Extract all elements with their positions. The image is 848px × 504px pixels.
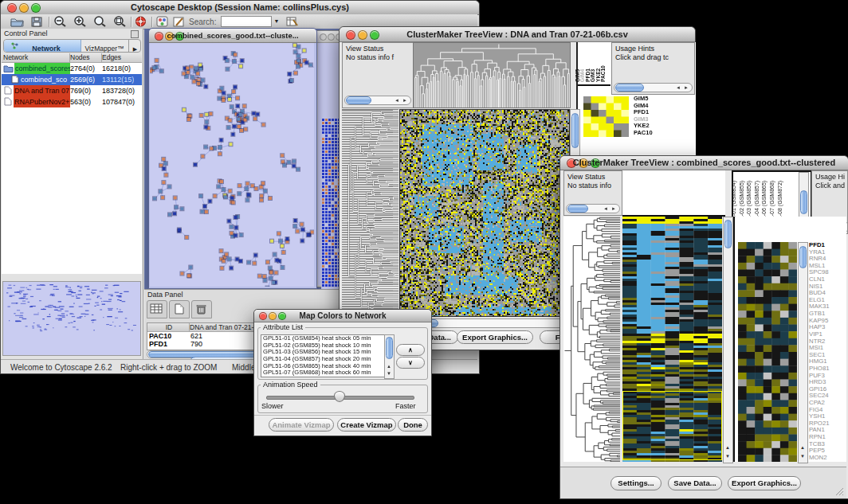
scroll-right-icon[interactable]: ►	[402, 98, 407, 103]
scroll-left-icon[interactable]: ◄	[603, 206, 608, 211]
animation-speed-label: Animation Speed	[261, 381, 320, 389]
network-view-titlebar[interactable]: combined_scores_good.txt--cluste...	[149, 29, 316, 43]
document-icon	[11, 75, 19, 84]
network-view-window[interactable]: combined_scores_good.txt--cluste...	[148, 28, 317, 289]
attribute-item[interactable]: GPL51-07 (GSM868) heat shock 60 min	[263, 369, 384, 377]
col-edges[interactable]: Edges	[100, 53, 143, 62]
tv1-export-graphics-button[interactable]: Export Graphics...	[457, 330, 533, 344]
scrollbar-thumb[interactable]	[346, 96, 371, 104]
tv1-column-dendrogram-canvas[interactable]	[413, 42, 571, 108]
network-table-header[interactable]: Network Nodes Edges	[2, 53, 142, 63]
tv2-status-scrollbar[interactable]: ◄ ►	[566, 204, 620, 213]
data-panel-title: Data Panel	[147, 291, 183, 299]
tv2-save-data-label: Save Data...	[673, 479, 716, 487]
tv2-settings-button[interactable]: Settings...	[610, 476, 662, 490]
scroll-left-icon[interactable]: ◄	[676, 85, 681, 90]
search-label: Search:	[189, 18, 216, 26]
network-nodes: 769(0)	[70, 85, 91, 96]
tv1-status-scrollbar[interactable]: ◄ ►	[344, 96, 411, 105]
treeview2-window: ClusterMaker TreeView : combined_scores_…	[559, 155, 848, 499]
scroll-up-icon[interactable]: ▲	[387, 364, 391, 369]
attribute-list-label: Attribute List	[261, 323, 305, 331]
create-vizmap-label: Create Vizmap	[340, 420, 392, 429]
move-down-button[interactable]: ∨	[396, 357, 425, 369]
scrollbar-thumb[interactable]	[571, 113, 579, 148]
done-button[interactable]: Done	[398, 418, 428, 432]
attribute-select-icon[interactable]	[147, 300, 167, 318]
move-up-button[interactable]: ∧	[396, 344, 425, 356]
tab-network[interactable]: Network	[4, 40, 81, 52]
treeview2-titlebar[interactable]: ClusterMaker TreeView : combined_scores_…	[560, 156, 848, 170]
dialog-title: Map Colors to Network	[254, 311, 431, 320]
table-row[interactable]: combined_scores 2764(0) 16218(0)	[2, 63, 142, 74]
dialog-titlebar[interactable]: Map Colors to Network	[254, 310, 431, 322]
tv2-view-status-title: View Status	[567, 173, 605, 181]
col-nodes[interactable]: Nodes	[69, 53, 102, 62]
tv2-view-status-panel: View Status No status info ◄ ►	[563, 170, 622, 216]
tv1-mini-heatmap-canvas[interactable]	[583, 96, 629, 137]
tv2-button-bar: Settings... Save Data... Export Graphics…	[560, 467, 846, 498]
tv2-zoom-heatmap-canvas[interactable]	[738, 242, 797, 462]
scrollbar-thumb[interactable]	[615, 84, 644, 92]
scrollbar-thumb[interactable]	[567, 205, 588, 213]
trash-icon[interactable]	[191, 300, 212, 318]
search-dropdown-icon[interactable]: ▼	[272, 16, 281, 27]
main-titlebar[interactable]: Cytoscape Desktop (Session Name: collins…	[1, 1, 479, 15]
tv2-view-status-text: No status info	[567, 182, 611, 189]
create-vizmap-button[interactable]: Create Vizmap	[337, 418, 396, 432]
resize-grip-icon[interactable]	[834, 486, 844, 496]
table-row-selected[interactable]: combined_sco 2569(6) 13112(15)	[2, 74, 142, 85]
tv2-zoom-scrollbar[interactable]: ▲ ▼	[798, 242, 808, 463]
col-id[interactable]: ID	[147, 323, 190, 331]
control-panel-title: Control Panel	[4, 29, 48, 37]
treeview2-title: ClusterMaker TreeView : combined_scores_…	[560, 158, 848, 167]
control-panel-tabs: Network VizMapper™ ▶	[3, 39, 141, 53]
network-name: combined_sco	[21, 74, 69, 85]
scroll-right-icon[interactable]: ►	[611, 206, 616, 211]
scroll-down-icon[interactable]: ▼	[800, 454, 805, 459]
tv2-row-dendrogram-canvas[interactable]	[563, 217, 620, 462]
float-panel-icon[interactable]	[131, 30, 139, 38]
tv2-heatmap-canvas[interactable]	[622, 217, 722, 462]
table-row[interactable]: RNAPuberNov2+ 563(0) 107847(0)	[2, 96, 142, 107]
tv1-hints-scrollbar[interactable]: ◄ ►	[614, 83, 693, 92]
scrollbar-thumb[interactable]	[724, 220, 732, 248]
network-view-canvas[interactable]	[150, 43, 314, 287]
tab-overflow-button[interactable]: ▶	[128, 40, 141, 52]
attribute-listbox[interactable]: GPL51-01 (GSM854) heat shock 05 minGPL51…	[261, 334, 385, 377]
tv1-label-divider	[578, 84, 610, 86]
table-row[interactable]: DNA and Tran 07 769(0) 183728(0)	[2, 85, 142, 96]
dialog-separator	[254, 415, 431, 416]
scroll-down-icon[interactable]: ▼	[387, 371, 391, 376]
tv1-heatmap-canvas[interactable]	[399, 109, 570, 317]
minimize-icon[interactable]	[328, 33, 335, 41]
tv2-column-header-area	[622, 170, 725, 217]
tv1-usage-hints-title: Usage Hints	[615, 45, 654, 53]
scroll-up-icon[interactable]: ▲	[725, 445, 730, 450]
network-overview-thumbnail[interactable]	[2, 281, 141, 356]
attribute-list-scrollbar[interactable]: ▲ ▼	[384, 334, 395, 379]
tv2-save-data-button[interactable]: Save Data...	[668, 476, 722, 490]
tv1-row-dendrogram-canvas[interactable]	[342, 109, 398, 316]
close-icon[interactable]	[320, 33, 327, 41]
treeview1-title: ClusterMaker TreeView : DNA and Tran 07-…	[340, 29, 695, 39]
tv1-view-status-title: View Status	[346, 45, 383, 53]
search-input[interactable]	[221, 16, 272, 27]
scroll-right-icon[interactable]: ►	[684, 85, 689, 90]
scroll-down-icon[interactable]: ▼	[725, 454, 730, 459]
scroll-up-icon[interactable]: ▲	[800, 445, 805, 450]
scroll-left-icon[interactable]: ◄	[395, 98, 399, 103]
tv2-export-graphics-button[interactable]: Export Graphics...	[728, 476, 801, 490]
treeview1-titlebar[interactable]: ClusterMaker TreeView : DNA and Tran 07-…	[340, 27, 695, 42]
scrollbar-thumb[interactable]	[800, 190, 807, 214]
new-attribute-icon[interactable]	[169, 300, 190, 318]
network-name: combined_scores	[14, 63, 70, 74]
animate-vizmap-button[interactable]: Animate Vizmap	[269, 418, 334, 432]
tv2-vscrollbar[interactable]: ▲ ▼	[723, 217, 733, 463]
scrollbar-thumb[interactable]	[386, 337, 393, 359]
col-network[interactable]: Network	[2, 53, 70, 62]
row-value: 790	[190, 340, 202, 349]
tab-vizmapper[interactable]: VizMapper™	[80, 40, 128, 52]
scrollbar-thumb[interactable]	[799, 246, 807, 268]
network-nodes: 2569(6)	[70, 74, 95, 85]
